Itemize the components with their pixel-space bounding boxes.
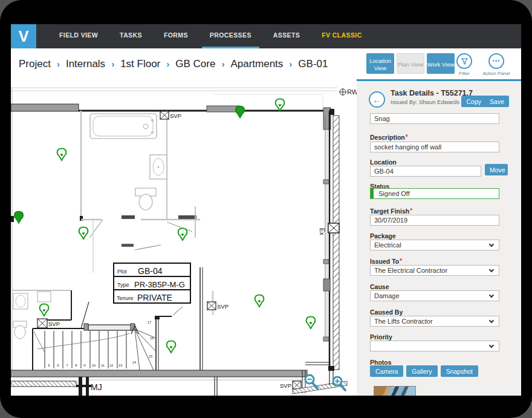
tab-tasks[interactable]: TASKS	[112, 24, 150, 48]
breadcrumb-separator: ›	[57, 59, 60, 69]
lower-left-rooms	[12, 290, 71, 339]
description-input[interactable]	[370, 142, 499, 152]
task-pin[interactable]	[15, 212, 24, 224]
breadcrumb-project[interactable]: Project	[19, 58, 51, 70]
breadcrumb-1st-floor[interactable]: 1st Floor	[120, 58, 160, 70]
chevron-down-icon	[489, 343, 494, 348]
task-pin[interactable]	[276, 99, 285, 111]
breadcrumb-gb-core[interactable]: GB Core	[175, 58, 215, 70]
status-color-bar	[371, 189, 374, 198]
breadcrumb-internals[interactable]: Internals	[66, 58, 105, 70]
gallery-button[interactable]: Gallery	[406, 365, 437, 377]
rwp-label: RW	[347, 88, 357, 96]
tab-field-view[interactable]: FIELD VIEW	[51, 24, 106, 48]
chevron-down-icon	[489, 242, 494, 247]
stair-number: 10	[92, 364, 96, 367]
save-button[interactable]: Save	[485, 96, 509, 107]
stair-number: 12	[109, 364, 114, 367]
status-field[interactable]: Signed Off	[370, 188, 499, 199]
cause-select[interactable]: Damage	[370, 290, 499, 301]
stair-number: 9	[83, 364, 86, 367]
breadcrumb-separator: ›	[289, 59, 292, 69]
window-wall-right: Ex	[319, 111, 339, 370]
camera-button[interactable]: Camera	[370, 365, 403, 377]
plot-value: GB-04	[138, 266, 163, 276]
action-panel-label: Action Panel	[483, 71, 510, 76]
back-button[interactable]: ←	[369, 91, 385, 108]
tab-assets[interactable]: ASSETS	[265, 24, 308, 48]
caused-by-select[interactable]: The Lifts Contractor	[370, 316, 499, 327]
photos-buttons: Camera Gallery Snapshot	[370, 365, 481, 377]
task-title: Task Details - T55271.7	[391, 89, 473, 97]
breadcrumb-separator: ›	[111, 59, 114, 69]
priority-label: Priority	[370, 333, 392, 341]
chevron-down-icon	[489, 293, 494, 298]
stair-number: 13	[118, 364, 123, 367]
breadcrumb-gb-01[interactable]: GB-01	[298, 58, 328, 70]
svp-marker: SVP	[160, 111, 181, 119]
exterior-walls	[11, 88, 337, 370]
top-nav-bar: V FIELD VIEW TASKS FORMS PROCESSES ASSET…	[11, 24, 521, 48]
stair-number: 16	[150, 336, 154, 340]
stair-number: 8	[75, 364, 77, 367]
tenure-value: PRIVATE	[137, 293, 172, 302]
target-finish-label: Target Finish*	[370, 207, 412, 215]
move-button[interactable]: Move	[485, 164, 508, 175]
description-label: Description*	[370, 134, 408, 141]
location-view-button[interactable]: Location View	[366, 53, 394, 74]
issued-to-label: Issued To*	[370, 258, 402, 265]
zoom-out-button[interactable]	[305, 375, 317, 388]
caused-by-label: Caused By	[370, 309, 403, 316]
chevron-down-icon	[489, 267, 494, 272]
breadcrumb: Project › Internals › 1st Floor › GB Cor…	[19, 48, 328, 79]
location-label: Location	[370, 158, 397, 166]
ex-label: Ex	[319, 228, 325, 235]
nav-tabs: FIELD VIEW TASKS FORMS PROCESSES ASSETS …	[48, 24, 373, 48]
breadcrumb-apartments[interactable]: Apartments	[230, 58, 283, 70]
task-pin[interactable]	[236, 106, 245, 119]
plan-view-button[interactable]: Plan View	[397, 53, 424, 74]
breadcrumb-separator: ›	[221, 59, 224, 69]
mj-label: MJ	[91, 382, 102, 392]
location-input[interactable]	[370, 166, 481, 177]
stair-number: 11	[101, 364, 105, 367]
rwp-symbol: RW	[339, 88, 357, 96]
target-finish-input[interactable]	[370, 215, 499, 226]
task-pin[interactable]	[167, 341, 176, 353]
breadcrumb-separator: ›	[166, 59, 169, 69]
filter-icon	[456, 53, 472, 69]
task-pin[interactable]	[178, 229, 187, 241]
svg-text:SVP: SVP	[170, 113, 181, 119]
tab-processes[interactable]: PROCESSES	[202, 24, 259, 48]
priority-select[interactable]	[370, 341, 499, 351]
stair-number: 5	[48, 364, 50, 367]
type-value: PR-3B5P-M-G	[134, 280, 185, 289]
tab-forms[interactable]: FORMS	[156, 24, 196, 48]
viewpoint-logo[interactable]: V	[11, 24, 36, 48]
status-value: Signed Off	[378, 190, 410, 197]
stairs-group: 5 6 7 8 9 10 11 12 13 14 15 16 17	[33, 302, 183, 370]
floor-plan-svg: RW Ex	[11, 79, 357, 396]
copy-button[interactable]: Copy	[461, 96, 486, 107]
task-pin[interactable]	[79, 227, 88, 240]
task-pin[interactable]	[57, 149, 66, 161]
task-details-panel: ← Task Details - T55271.7 Issued By: Sha…	[357, 79, 521, 396]
tab-fv-classic[interactable]: FV CLASSIC	[314, 24, 369, 48]
task-type-input[interactable]	[370, 113, 499, 124]
chevron-down-icon	[489, 318, 494, 323]
device-frame: V FIELD VIEW TASKS FORMS PROCESSES ASSET…	[0, 0, 532, 418]
photo-thumbnail[interactable]	[374, 386, 416, 396]
package-label: Package	[370, 232, 396, 240]
stair-number: 17	[148, 321, 152, 324]
toolbar-row: Project › Internals › 1st Floor › GB Cor…	[11, 48, 521, 79]
task-pin[interactable]	[40, 304, 49, 316]
package-select[interactable]: Electrical	[370, 240, 499, 250]
issued-to-select[interactable]: The Electrical Contractor	[370, 265, 499, 276]
snapshot-button[interactable]: Snapshot	[441, 365, 478, 377]
action-panel-tool[interactable]: ••• Action Panel	[475, 53, 517, 76]
svg-text:SVP: SVP	[280, 382, 291, 389]
stair-number: 6	[57, 364, 59, 367]
task-pin[interactable]	[307, 317, 316, 329]
stair-number: 15	[149, 354, 153, 358]
task-pin[interactable]	[255, 295, 264, 307]
